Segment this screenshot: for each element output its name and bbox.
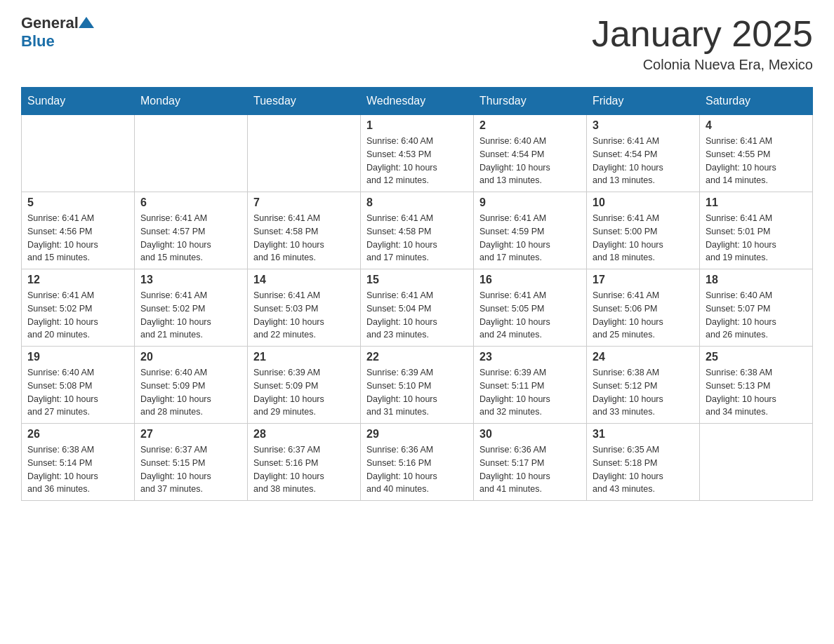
day-info: Sunrise: 6:41 AMSunset: 4:54 PMDaylight:… [593, 135, 694, 187]
table-row [700, 424, 813, 501]
table-row: 25Sunrise: 6:38 AMSunset: 5:13 PMDayligh… [700, 347, 813, 424]
day-number: 4 [706, 119, 807, 132]
day-info: Sunrise: 6:36 AMSunset: 5:17 PMDaylight:… [479, 443, 581, 496]
day-number: 31 [593, 428, 694, 441]
day-number: 18 [706, 274, 807, 286]
calendar-table: Sunday Monday Tuesday Wednesday Thursday… [21, 87, 813, 501]
table-row: 15Sunrise: 6:41 AMSunset: 5:04 PMDayligh… [361, 269, 474, 347]
calendar-week-4: 19Sunrise: 6:40 AMSunset: 5:08 PMDayligh… [22, 347, 813, 424]
day-number: 17 [593, 274, 694, 286]
day-number: 7 [253, 196, 355, 209]
title-area: January 2025 Colonia Nueva Era, Mexico [592, 14, 813, 73]
table-row: 13Sunrise: 6:41 AMSunset: 5:02 PMDayligh… [135, 269, 248, 347]
day-number: 28 [253, 428, 355, 441]
table-row: 17Sunrise: 6:41 AMSunset: 5:06 PMDayligh… [587, 269, 700, 347]
table-row: 24Sunrise: 6:38 AMSunset: 5:12 PMDayligh… [587, 347, 700, 424]
table-row: 30Sunrise: 6:36 AMSunset: 5:17 PMDayligh… [474, 424, 587, 501]
day-info: Sunrise: 6:41 AMSunset: 4:59 PMDaylight:… [479, 212, 581, 264]
day-number: 11 [706, 196, 807, 209]
day-info: Sunrise: 6:41 AMSunset: 4:58 PMDaylight:… [253, 212, 355, 264]
day-info: Sunrise: 6:41 AMSunset: 5:03 PMDaylight:… [253, 289, 355, 342]
day-number: 30 [479, 428, 581, 441]
location-subtitle: Colonia Nueva Era, Mexico [592, 57, 813, 73]
table-row: 22Sunrise: 6:39 AMSunset: 5:10 PMDayligh… [361, 347, 474, 424]
table-row: 5Sunrise: 6:41 AMSunset: 4:56 PMDaylight… [22, 192, 135, 269]
day-info: Sunrise: 6:40 AMSunset: 4:54 PMDaylight:… [479, 135, 581, 187]
calendar-week-1: 1Sunrise: 6:40 AMSunset: 4:53 PMDaylight… [22, 115, 813, 192]
table-row [248, 115, 361, 192]
table-row: 8Sunrise: 6:41 AMSunset: 4:58 PMDaylight… [361, 192, 474, 269]
day-number: 21 [253, 351, 355, 363]
day-info: Sunrise: 6:36 AMSunset: 5:16 PMDaylight:… [366, 443, 468, 496]
day-number: 5 [27, 196, 128, 209]
table-row: 4Sunrise: 6:41 AMSunset: 4:55 PMDaylight… [700, 115, 813, 192]
day-info: Sunrise: 6:39 AMSunset: 5:09 PMDaylight:… [253, 366, 355, 419]
day-number: 13 [140, 274, 241, 286]
logo-blue-text: Blue [21, 32, 55, 50]
table-row: 16Sunrise: 6:41 AMSunset: 5:05 PMDayligh… [474, 269, 587, 347]
table-row: 31Sunrise: 6:35 AMSunset: 5:18 PMDayligh… [587, 424, 700, 501]
day-number: 14 [253, 274, 355, 286]
logo-general-text: General [21, 14, 79, 32]
table-row: 2Sunrise: 6:40 AMSunset: 4:54 PMDaylight… [474, 115, 587, 192]
col-header-saturday: Saturday [700, 88, 813, 115]
col-header-sunday: Sunday [22, 88, 135, 115]
logo: General Blue [21, 14, 94, 51]
col-header-wednesday: Wednesday [361, 88, 474, 115]
day-number: 12 [27, 274, 128, 286]
day-number: 15 [366, 274, 468, 286]
day-info: Sunrise: 6:41 AMSunset: 4:58 PMDaylight:… [366, 212, 468, 264]
day-info: Sunrise: 6:40 AMSunset: 5:07 PMDaylight:… [706, 289, 807, 342]
day-number: 16 [479, 274, 581, 286]
table-row: 19Sunrise: 6:40 AMSunset: 5:08 PMDayligh… [22, 347, 135, 424]
table-row: 26Sunrise: 6:38 AMSunset: 5:14 PMDayligh… [22, 424, 135, 501]
table-row [22, 115, 135, 192]
table-row: 28Sunrise: 6:37 AMSunset: 5:16 PMDayligh… [248, 424, 361, 501]
calendar-week-3: 12Sunrise: 6:41 AMSunset: 5:02 PMDayligh… [22, 269, 813, 347]
calendar-body: 1Sunrise: 6:40 AMSunset: 4:53 PMDaylight… [22, 115, 813, 501]
day-number: 8 [366, 196, 468, 209]
calendar-week-5: 26Sunrise: 6:38 AMSunset: 5:14 PMDayligh… [22, 424, 813, 501]
day-number: 3 [593, 119, 694, 132]
day-number: 2 [479, 119, 581, 132]
table-row: 10Sunrise: 6:41 AMSunset: 5:00 PMDayligh… [587, 192, 700, 269]
svg-marker-0 [79, 17, 94, 28]
day-number: 9 [479, 196, 581, 209]
col-header-tuesday: Tuesday [248, 88, 361, 115]
day-info: Sunrise: 6:41 AMSunset: 5:04 PMDaylight:… [366, 289, 468, 342]
table-row: 6Sunrise: 6:41 AMSunset: 4:57 PMDaylight… [135, 192, 248, 269]
day-info: Sunrise: 6:41 AMSunset: 5:05 PMDaylight:… [479, 289, 581, 342]
table-row: 12Sunrise: 6:41 AMSunset: 5:02 PMDayligh… [22, 269, 135, 347]
table-row: 21Sunrise: 6:39 AMSunset: 5:09 PMDayligh… [248, 347, 361, 424]
month-title: January 2025 [592, 14, 813, 54]
table-row: 29Sunrise: 6:36 AMSunset: 5:16 PMDayligh… [361, 424, 474, 501]
day-number: 22 [366, 351, 468, 363]
col-header-friday: Friday [587, 88, 700, 115]
day-info: Sunrise: 6:40 AMSunset: 5:09 PMDaylight:… [140, 366, 241, 419]
day-info: Sunrise: 6:41 AMSunset: 5:02 PMDaylight:… [27, 289, 128, 342]
day-info: Sunrise: 6:41 AMSunset: 4:55 PMDaylight:… [706, 135, 807, 187]
day-info: Sunrise: 6:40 AMSunset: 5:08 PMDaylight:… [27, 366, 128, 419]
table-row: 18Sunrise: 6:40 AMSunset: 5:07 PMDayligh… [700, 269, 813, 347]
day-number: 29 [366, 428, 468, 441]
table-row: 1Sunrise: 6:40 AMSunset: 4:53 PMDaylight… [361, 115, 474, 192]
table-row: 23Sunrise: 6:39 AMSunset: 5:11 PMDayligh… [474, 347, 587, 424]
day-info: Sunrise: 6:37 AMSunset: 5:15 PMDaylight:… [140, 443, 241, 496]
table-row: 14Sunrise: 6:41 AMSunset: 5:03 PMDayligh… [248, 269, 361, 347]
page-header: General Blue January 2025 Colonia Nueva … [21, 14, 813, 73]
day-number: 10 [593, 196, 694, 209]
day-number: 24 [593, 351, 694, 363]
col-header-thursday: Thursday [474, 88, 587, 115]
day-info: Sunrise: 6:39 AMSunset: 5:11 PMDaylight:… [479, 366, 581, 419]
day-number: 19 [27, 351, 128, 363]
logo-icon [79, 15, 94, 31]
day-number: 1 [366, 119, 468, 132]
day-info: Sunrise: 6:38 AMSunset: 5:12 PMDaylight:… [593, 366, 694, 419]
day-number: 25 [706, 351, 807, 363]
col-header-monday: Monday [135, 88, 248, 115]
day-info: Sunrise: 6:37 AMSunset: 5:16 PMDaylight:… [253, 443, 355, 496]
day-info: Sunrise: 6:35 AMSunset: 5:18 PMDaylight:… [593, 443, 694, 496]
day-info: Sunrise: 6:41 AMSunset: 5:06 PMDaylight:… [593, 289, 694, 342]
table-row: 11Sunrise: 6:41 AMSunset: 5:01 PMDayligh… [700, 192, 813, 269]
day-number: 23 [479, 351, 581, 363]
